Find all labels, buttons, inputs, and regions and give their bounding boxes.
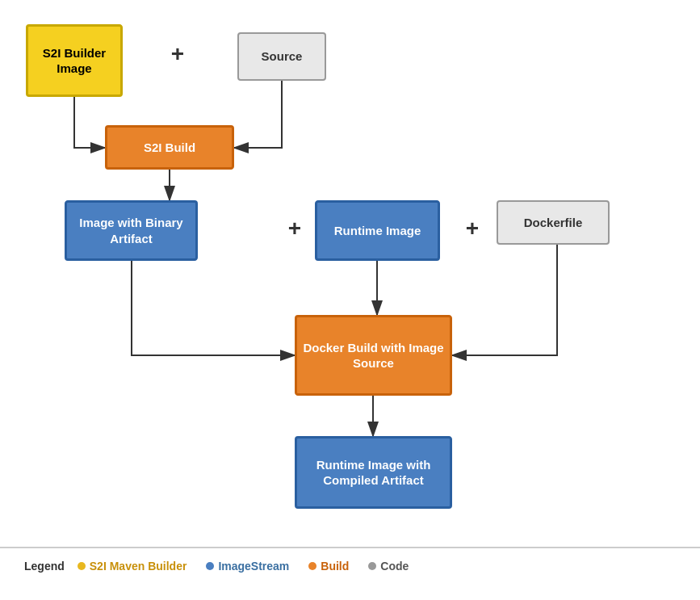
s2i-build-box: S2I Build xyxy=(105,125,234,170)
s2i-builder-label: S2I Builder Image xyxy=(28,45,120,77)
dockerfile-label: Dockerfile xyxy=(524,215,583,231)
legend: Legend S2I Maven Builder ImageStream Bui… xyxy=(0,547,700,584)
docker-build-label: Docker Build with Image Source xyxy=(297,340,450,371)
runtime-image-label: Runtime Image xyxy=(334,223,421,239)
plus-binary-runtime: + xyxy=(283,216,307,241)
source-box: Source xyxy=(237,32,326,81)
code-dot xyxy=(368,562,376,570)
s2i-build-label: S2I Build xyxy=(144,140,195,156)
legend-build: Build xyxy=(308,560,349,573)
image-binary-label: Image with Binary Artifact xyxy=(67,215,195,246)
s2i-maven-text: S2I Maven Builder xyxy=(90,560,187,573)
runtime-compiled-box: Runtime Image with Compiled Artifact xyxy=(295,436,452,509)
image-binary-artifact-box: Image with Binary Artifact xyxy=(65,200,198,261)
runtime-image-box: Runtime Image xyxy=(315,200,440,261)
legend-code: Code xyxy=(368,560,409,573)
plus-runtime-dockerfile: + xyxy=(460,216,484,241)
imagestream-text: ImageStream xyxy=(218,560,289,573)
diagram-container: S2I Builder Image + Source S2I Build Ima… xyxy=(0,0,700,600)
legend-label: Legend xyxy=(24,560,65,573)
build-text: Build xyxy=(321,560,349,573)
source-label: Source xyxy=(262,48,303,65)
code-text: Code xyxy=(380,560,409,573)
s2i-maven-dot xyxy=(78,562,86,570)
imagestream-dot xyxy=(206,562,214,570)
runtime-compiled-label: Runtime Image with Compiled Artifact xyxy=(297,457,450,489)
docker-build-box: Docker Build with Image Source xyxy=(295,315,452,396)
build-dot xyxy=(308,562,316,570)
s2i-builder-image-box: S2I Builder Image xyxy=(26,24,123,97)
plus-s2i-source: + xyxy=(166,42,190,66)
legend-imagestream: ImageStream xyxy=(206,560,289,573)
legend-s2i-maven: S2I Maven Builder xyxy=(78,560,187,573)
dockerfile-box: Dockerfile xyxy=(497,200,610,245)
